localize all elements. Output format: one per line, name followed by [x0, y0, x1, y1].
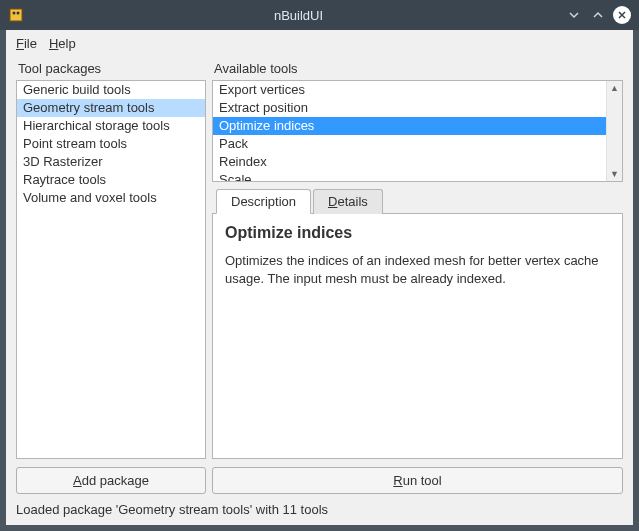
packages-column: Tool packages Generic build toolsGeometr… [16, 57, 206, 459]
add-package-button[interactable]: Add package [16, 467, 206, 494]
tool-item[interactable]: Pack [213, 135, 622, 153]
tool-item[interactable]: Export vertices [213, 81, 622, 99]
menu-help[interactable]: Help [49, 36, 76, 51]
description-title: Optimize indices [225, 224, 610, 242]
package-item[interactable]: 3D Rasterizer [17, 153, 205, 171]
minimize-button[interactable] [565, 6, 583, 24]
maximize-button[interactable] [589, 6, 607, 24]
svg-point-1 [13, 12, 16, 15]
package-item[interactable]: Hierarchical storage tools [17, 117, 205, 135]
package-item[interactable]: Raytrace tools [17, 171, 205, 189]
svg-point-2 [17, 12, 20, 15]
content: Tool packages Generic build toolsGeometr… [6, 57, 633, 459]
tools-scrollbar[interactable]: ▲ ▼ [606, 81, 622, 181]
package-item[interactable]: Generic build tools [17, 81, 205, 99]
scroll-down-icon[interactable]: ▼ [607, 167, 622, 181]
package-item[interactable]: Point stream tools [17, 135, 205, 153]
description-body: Optimizes the indices of an indexed mesh… [225, 252, 610, 287]
tabstrip: Description Details [212, 188, 623, 214]
button-row: Add package Run tool [6, 459, 633, 498]
client-area: File Help Tool packages Generic build to… [6, 30, 633, 525]
description-panel: Optimize indices Optimizes the indices o… [212, 214, 623, 459]
packages-label: Tool packages [16, 57, 206, 80]
window-title: nBuildUI [32, 8, 565, 23]
statusbar: Loaded package 'Geometry stream tools' w… [6, 498, 633, 525]
menu-file[interactable]: File [16, 36, 37, 51]
tool-item[interactable]: Reindex [213, 153, 622, 171]
titlebar[interactable]: nBuildUI [0, 0, 639, 30]
tools-column: Available tools Export verticesExtract p… [212, 57, 623, 459]
package-item[interactable]: Volume and voxel tools [17, 189, 205, 207]
close-button[interactable] [613, 6, 631, 24]
package-item[interactable]: Geometry stream tools [17, 99, 205, 117]
svg-rect-0 [10, 9, 22, 21]
tools-list[interactable]: Export verticesExtract positionOptimize … [212, 80, 623, 182]
packages-list[interactable]: Generic build toolsGeometry stream tools… [16, 80, 206, 459]
app-icon [8, 7, 24, 23]
menubar: File Help [6, 30, 633, 57]
tool-item[interactable]: Optimize indices [213, 117, 622, 135]
tools-label: Available tools [212, 57, 623, 80]
tool-item[interactable]: Scale [213, 171, 622, 182]
scroll-up-icon[interactable]: ▲ [607, 81, 622, 95]
run-tool-button[interactable]: Run tool [212, 467, 623, 494]
tab-description[interactable]: Description [216, 189, 311, 214]
window: nBuildUI File Help Tool packages Generic… [0, 0, 639, 531]
tab-details[interactable]: Details [313, 189, 383, 214]
tool-item[interactable]: Extract position [213, 99, 622, 117]
